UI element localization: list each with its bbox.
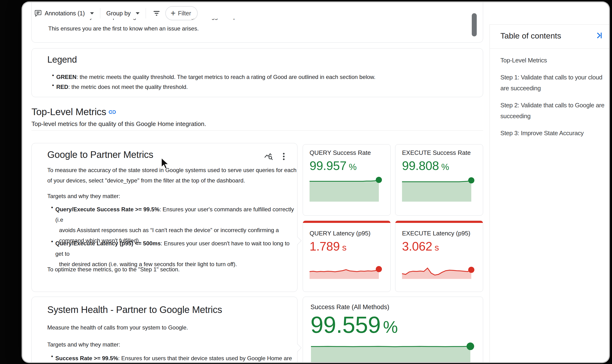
scorecard-value: 1.789s — [309, 239, 346, 253]
toc-item-step-3[interactable]: Step 3: Improve State Accuracy — [500, 128, 604, 139]
toc-header-divider — [490, 49, 609, 49]
section-description: Top-level metrics for the quality of thi… — [31, 119, 206, 129]
add-filter-button[interactable]: + Filter — [165, 6, 198, 20]
screen: Annotations (1) Group by + Filter We — [0, 0, 612, 364]
execute-latency-scorecard: EXECUTE Latency (p95) 3.062s — [395, 221, 483, 292]
legend-bullet-red: RED: the metric does not meet the qualit… — [56, 82, 188, 92]
section-link-icon[interactable] — [108, 108, 117, 116]
system-health-title: System Health - Partner to Google Metric… — [47, 304, 222, 315]
query-success-scorecard: QUERY Success Rate 99.957% — [303, 144, 391, 216]
system-health-bullet: Success Rate >= 99.5%: Ensures for users… — [55, 353, 292, 362]
mouse-cursor — [161, 157, 170, 170]
annotations-label: Annotations (1) — [45, 10, 85, 17]
g2p-targets-label: Targets and why they matter: — [47, 191, 120, 201]
toc-item-step-1[interactable]: Step 1: Validate that calls to your clou… — [500, 72, 604, 94]
g2p-title: Google to Partner Metrics — [47, 149, 153, 160]
alert-threshold-bar — [303, 221, 390, 223]
bullet-marker: • — [51, 353, 53, 360]
dashboard-window: Annotations (1) Group by + Filter We — [23, 2, 609, 362]
scorecard-title: QUERY Success Rate — [309, 149, 371, 156]
query-latency-scorecard: QUERY Latency (p95) 1.789s — [303, 221, 391, 292]
annotations-button[interactable]: Annotations (1) — [34, 10, 94, 17]
scorecard-value: 3.062s — [402, 239, 439, 253]
execute-success-scorecard: EXECUTE Success Rate 99.808% — [395, 144, 483, 216]
section-title: Top-Level Metrics — [31, 106, 106, 117]
toolbar-divider — [146, 8, 146, 18]
scrollbar-thumb[interactable] — [472, 13, 477, 36]
annotation-comment-icon — [34, 10, 42, 17]
group-by-label: Group by — [106, 10, 131, 17]
bullet-marker: • — [52, 82, 54, 89]
legend-title: Legend — [47, 55, 77, 65]
toc-item-step-2[interactable]: Step 2: Validate that calls to Google ar… — [500, 100, 604, 121]
system-health-targets-label: Targets and why they matter: — [47, 339, 120, 350]
chevron-down-icon — [90, 12, 94, 14]
g2p-paragraph: To measure the accuracy of the state sto… — [47, 165, 296, 186]
toc-item-top-level-metrics[interactable]: Top-Level Metrics — [500, 55, 604, 66]
legend-bullet-green: GREEN: the metric meets the quality thre… — [56, 72, 375, 82]
bullet-marker: • — [52, 72, 54, 79]
section-divider — [31, 130, 483, 131]
kebab-menu-icon[interactable] — [279, 152, 289, 161]
sparkline — [311, 342, 475, 362]
bullet-marker: • — [51, 204, 53, 211]
alert-threshold-bar — [395, 221, 483, 223]
scorecard-value: 99.957% — [309, 159, 357, 173]
bullet-marker: • — [51, 238, 53, 245]
system-health-card: System Health - Partner to Google Metric… — [31, 297, 297, 362]
chevron-down-icon — [136, 12, 140, 14]
toolbar: Annotations (1) Group by + Filter — [34, 6, 198, 21]
scorecard-value: 99.808% — [402, 159, 449, 173]
filter-button-label: Filter — [178, 10, 191, 17]
plus-icon: + — [171, 9, 175, 17]
query-stats-icon[interactable] — [264, 152, 273, 161]
sparkline — [309, 178, 382, 202]
scorecard-title: EXECUTE Success Rate — [402, 149, 471, 156]
system-health-description: Measure the health of calls from your sy… — [47, 322, 188, 333]
toc-list: Top-Level Metrics Step 1: Validate that … — [500, 55, 604, 145]
sparkline — [402, 178, 475, 202]
scorecard-value: 99.559% — [310, 312, 398, 338]
filter-list-icon[interactable] — [152, 9, 161, 18]
toc-top-border — [490, 24, 609, 25]
legend-card: Legend • GREEN: the metric meets the qua… — [31, 48, 483, 97]
sparkline — [309, 261, 382, 279]
intro-text: This ensures you are the first to know w… — [48, 23, 199, 34]
success-all-methods-scorecard: Success Rate (All Methods) 99.559% — [303, 297, 483, 362]
scorecard-title: QUERY Latency (p95) — [309, 230, 371, 237]
group-by-button[interactable]: Group by — [106, 10, 140, 17]
toolbar-divider — [100, 8, 100, 18]
toc-left-border — [490, 24, 490, 362]
collapse-panel-icon[interactable] — [595, 31, 603, 40]
toc-title: Table of contents — [500, 31, 561, 40]
g2p-footer: To optimize these metrics, go to the "St… — [47, 264, 180, 275]
sparkline — [402, 261, 475, 279]
scorecard-title: EXECUTE Latency (p95) — [402, 230, 470, 237]
scorecard-title: Success Rate (All Methods) — [310, 303, 389, 311]
